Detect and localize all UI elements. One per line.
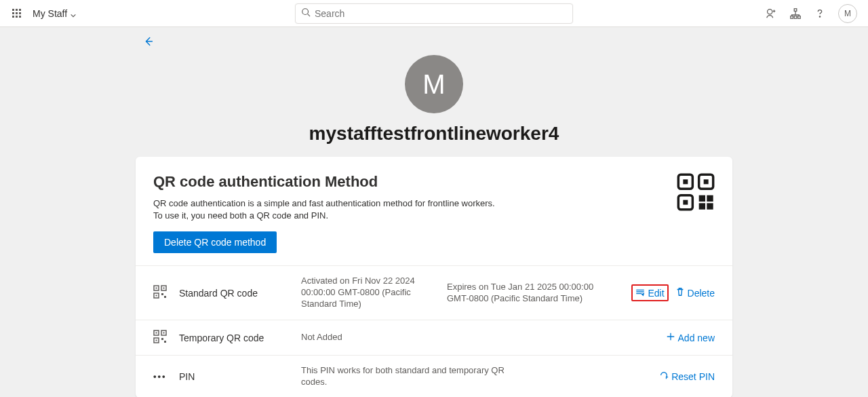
svg-rect-24: [161, 293, 163, 295]
svg-rect-21: [163, 288, 165, 289]
refresh-icon: [659, 371, 669, 382]
svg-rect-14: [699, 195, 705, 202]
temporary-qr-row: Temporary QR code Not Added Add new: [136, 320, 732, 356]
standard-qr-activated: Activated on Fri Nov 22 2024 00:00:00 GM…: [301, 276, 447, 310]
user-header: M mystafftestfrontlineworker4: [136, 55, 732, 145]
back-button[interactable]: [142, 35, 868, 50]
qr-code-icon: [153, 285, 179, 301]
pin-row: ••• PIN This PIN works for both standard…: [136, 356, 732, 397]
app-header: My Staff M: [0, 0, 868, 27]
reset-pin-button[interactable]: Reset PIN: [659, 371, 715, 382]
svg-rect-6: [798, 16, 801, 18]
arrow-left-icon: [142, 35, 155, 48]
svg-point-7: [819, 16, 820, 16]
trash-icon: [675, 287, 685, 299]
svg-point-2: [768, 9, 772, 14]
plus-icon: [666, 332, 675, 343]
standard-qr-row: Standard QR code Activated on Fri Nov 22…: [136, 266, 732, 320]
user-avatar-menu[interactable]: M: [838, 4, 857, 23]
svg-point-0: [302, 9, 309, 15]
svg-rect-5: [794, 16, 797, 18]
delete-qr-method-button[interactable]: Delete QR code method: [153, 231, 277, 253]
card-header-section: QR code authentication Method QR code au…: [136, 157, 732, 266]
svg-rect-15: [707, 195, 713, 202]
card-description: QR code authentication is a simple and f…: [153, 197, 495, 222]
svg-rect-32: [161, 338, 163, 340]
qr-auth-card: QR code authentication Method QR code au…: [136, 157, 732, 397]
search-box[interactable]: [295, 3, 573, 24]
edit-standard-qr-button[interactable]: Edit: [631, 284, 668, 301]
svg-rect-13: [683, 200, 688, 205]
edit-icon: [635, 287, 645, 299]
svg-rect-4: [791, 16, 793, 18]
svg-rect-17: [707, 203, 713, 209]
svg-rect-25: [164, 296, 166, 298]
app-title-dropdown[interactable]: My Staff: [33, 8, 77, 19]
temporary-qr-status: Not Added: [301, 332, 447, 343]
org-chart-icon[interactable]: [789, 7, 802, 20]
pin-description: This PIN works for both standard and tem…: [301, 365, 505, 388]
chevron-down-icon: [70, 10, 77, 17]
search-icon: [301, 7, 311, 19]
svg-rect-33: [164, 341, 166, 343]
more-icon: •••: [153, 371, 179, 381]
svg-rect-9: [683, 179, 688, 184]
svg-rect-19: [156, 288, 157, 289]
svg-rect-31: [156, 340, 157, 341]
svg-rect-23: [156, 295, 157, 297]
search-input[interactable]: [315, 8, 567, 19]
user-avatar-initial: M: [422, 69, 445, 100]
standard-qr-expires: Expires on Tue Jan 21 2025 00:00:00 GMT-…: [447, 282, 596, 305]
feedback-icon[interactable]: [765, 7, 777, 20]
user-display-name: mystafftestfrontlineworker4: [136, 123, 732, 145]
svg-rect-29: [163, 333, 165, 334]
search-container: [295, 3, 573, 24]
qr-code-illustration-icon: [677, 173, 715, 253]
svg-rect-3: [794, 8, 797, 11]
card-title: QR code authentication Method: [153, 173, 495, 191]
avatar-initial: M: [844, 9, 851, 18]
header-actions: M: [765, 4, 863, 23]
app-title-text: My Staff: [33, 8, 67, 19]
pin-label: PIN: [179, 371, 301, 382]
svg-line-1: [308, 14, 311, 17]
help-icon[interactable]: [814, 7, 826, 20]
temporary-qr-label: Temporary QR code: [179, 333, 301, 343]
waffle-icon: [12, 9, 21, 18]
page-content: M mystafftestfrontlineworker4 QR code au…: [0, 27, 868, 397]
svg-rect-27: [156, 333, 157, 334]
svg-rect-16: [699, 203, 705, 209]
delete-standard-qr-button[interactable]: Delete: [675, 287, 715, 299]
user-avatar: M: [405, 55, 463, 113]
svg-rect-11: [704, 179, 709, 184]
standard-qr-label: Standard QR code: [179, 288, 301, 299]
qr-code-icon: [153, 330, 179, 345]
app-launcher-button[interactable]: [5, 3, 27, 24]
add-temporary-qr-button[interactable]: Add new: [666, 332, 715, 343]
